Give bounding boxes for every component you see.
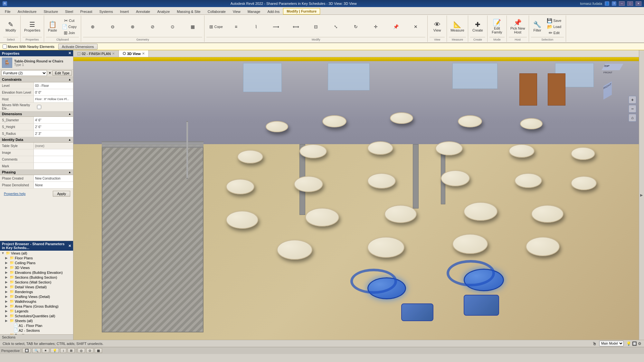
geom-btn-6[interactable]: ▦ [183,24,202,30]
status-icon-2[interactable]: 🔲 [632,341,637,346]
pb-ceiling-plans[interactable]: ▶ 📁 Ceiling Plans [0,260,73,265]
image-value[interactable] [34,149,73,156]
move-button[interactable]: ✛ [366,24,385,30]
home-button[interactable]: ⌂ [629,114,636,122]
pb-walkthroughs[interactable]: ▶ 📁 Walkthroughs [0,299,73,304]
mirror-button[interactable]: ⟺ [286,24,306,30]
view-rbtn[interactable]: 👁 View [431,17,444,36]
measure-button[interactable]: 📐 Measure [449,17,466,36]
split-button[interactable]: ⌇ [246,24,266,30]
cut-button[interactable]: ✂ Cut [60,18,79,23]
scale-button[interactable]: ⤡ [326,24,346,30]
pin-button[interactable]: 📌 [386,24,405,30]
sdiameter-value[interactable]: 4' 6" [34,117,73,123]
bottom-btn-2[interactable]: 🔍 [32,348,41,353]
view-cube[interactable]: TOP FRONT RIGHT [603,64,629,89]
dimensions-section-header[interactable]: Dimensions ▲ [0,111,73,117]
finish-plan-close[interactable]: ✕ [112,52,115,55]
pb-close-icon[interactable]: ✕ [68,244,71,248]
bottom-btn-3[interactable]: ☀ [42,348,49,353]
properties-help-link[interactable]: Properties help [2,191,27,197]
tab-view[interactable]: View [229,8,244,14]
host-value[interactable]: Floor : 8" Hollow Core Pl... [34,96,73,102]
geom-btn-5[interactable]: ⊙ [163,24,182,30]
phasecreated-value[interactable]: New Construction [34,175,73,181]
pb-floor-plans[interactable]: ▶ 📁 Floor Plans [0,255,73,260]
identity-section-header[interactable]: Identity Data ▲ [0,137,73,143]
sradius-value[interactable]: 2' 3" [34,130,73,137]
comments-value[interactable] [34,156,73,162]
pb-legends[interactable]: ▶ 📁 Legends [0,309,73,313]
tab-insert[interactable]: Insert [117,8,133,14]
elevation-value[interactable]: 0' 0" [34,89,73,96]
tab-precast[interactable]: Precast [77,8,96,14]
view-cube-top[interactable]: TOP [601,64,623,70]
bottom-btn-9[interactable]: ▦ [95,348,102,353]
status-icon-1[interactable]: 💡 [626,341,631,346]
bottom-btn-1[interactable]: 🔲 [23,348,31,353]
bottom-btn-5[interactable]: ↕ [60,348,66,353]
tab-modify-furniture[interactable]: Modify | Furniture [283,8,320,14]
model-selector[interactable]: Main Model [599,341,624,346]
rotate-button[interactable]: ↻ [346,24,365,30]
bottom-btn-6[interactable]: ⊞ [68,348,75,353]
delete-button[interactable]: ✕ [406,24,425,30]
offset-button[interactable]: ⟿ [266,24,286,30]
tab-addins[interactable]: Add-Ins [264,8,283,14]
pb-renderings[interactable]: ▶ 📁 Renderings [0,289,73,294]
pb-drafting-views[interactable]: ▶ 📁 Drafting Views (Detail) [0,294,73,299]
bottom-btn-7[interactable]: ◎ [78,348,85,353]
edit-family-button[interactable]: 📝 EditFamily [490,17,504,36]
tab-architecture[interactable]: Architecture [14,8,40,14]
sheight-value[interactable]: 2' 6" [34,124,73,130]
zoom-in-button[interactable]: + [629,96,636,104]
right-collapse-panel[interactable]: ▶ [639,50,644,340]
geom-btn-3[interactable]: ⊗ [123,24,142,30]
tab-collaborate[interactable]: Collaborate [204,8,229,14]
pb-sections-wall[interactable]: ▶ 📁 Sections (Wall Section) [0,280,73,284]
tab-3d-view[interactable]: ⬡ 3D View ✕ [119,50,149,57]
phasing-section-header[interactable]: Phasing ▲ [0,170,73,175]
zoom-out-button[interactable]: − [629,105,636,113]
properties-button[interactable]: ☰ Properties [23,17,42,36]
project-browser-header[interactable]: Project Browser - Shared Parameters in K… [0,241,73,251]
maximize-button[interactable]: □ [627,1,633,6]
level-value[interactable]: 03 - Floor [34,82,73,89]
copy-button[interactable]: 📄 Copy [60,24,79,30]
modify-button[interactable]: ✎ Modify [4,17,17,36]
pb-sections-building[interactable]: ▶ 📁 Sections (Building Section) [0,275,73,280]
tab-annotate[interactable]: Annotate [132,8,154,14]
geom-btn-1[interactable]: ⊕ [83,24,102,30]
cope-button[interactable]: ⊞Cope [206,24,226,30]
join-button[interactable]: ⊞ Join [60,30,79,36]
tablestyle-value[interactable]: (none) [34,143,73,149]
bottom-btn-4[interactable]: 💡 [51,348,59,353]
close-button[interactable]: ✕ [636,1,641,6]
phasedemolished-value[interactable]: None [34,182,73,188]
array-button[interactable]: ⊟ [306,24,326,30]
pb-views-all[interactable]: ▼ 📁 Views (all) [0,251,73,255]
tab-massing[interactable]: Massing & Site [173,8,204,14]
edit-type-button[interactable]: Edit Type [52,70,72,76]
create-button[interactable]: ✚ Create [471,17,485,36]
save-selection-button[interactable]: 💾 Save [545,18,564,23]
status-icon-3[interactable]: ⚙ [638,341,641,346]
activate-dimensions-button[interactable]: Activate Dimensions [58,44,98,50]
mark-value[interactable] [34,163,73,169]
pb-schedules[interactable]: ▶ 📁 Schedules/Quantities (all) [0,313,73,318]
tab-steel[interactable]: Steel [62,8,77,14]
pb-a2-sections[interactable]: 📄 A2 - Sections [0,328,73,333]
moves-nearby-prop-checkbox[interactable] [37,105,41,109]
view-cube-front[interactable]: FRONT [603,70,621,84]
edit-selection-button[interactable]: ✏ Edit [545,30,564,36]
pb-area-plans[interactable]: ▶ 📁 Area Plans (Gross Building) [0,304,73,309]
bottom-btn-8[interactable]: ⊙ [86,348,93,353]
pb-elevations[interactable]: ▶ 📁 Elevations (Building Elevation) [0,270,73,275]
tab-file[interactable]: File [1,8,14,14]
load-selection-button[interactable]: 📂 Load [545,24,564,30]
moves-nearby-checkbox[interactable] [3,44,7,49]
tab-analyze[interactable]: Analyze [154,8,173,14]
apply-button[interactable]: Apply [53,191,70,197]
tab-structure[interactable]: Structure [40,8,62,14]
align-button[interactable]: ≡ [226,24,246,30]
